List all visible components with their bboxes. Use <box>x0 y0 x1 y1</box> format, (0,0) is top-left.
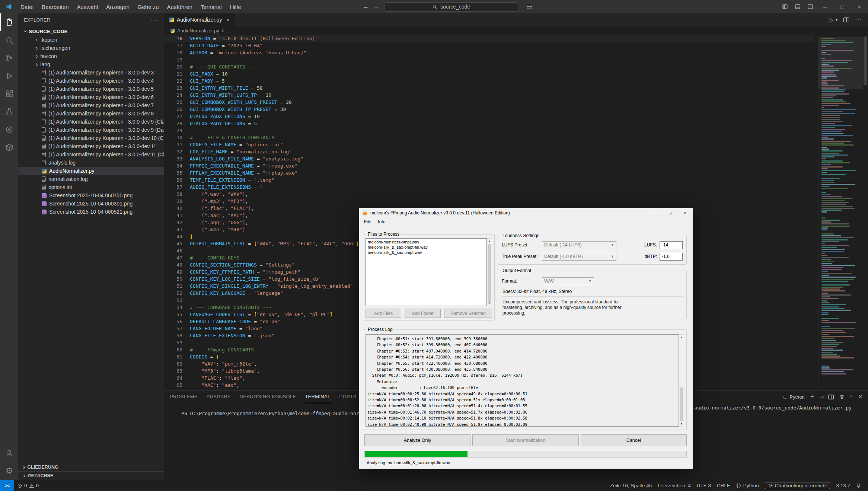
explorer-item[interactable]: AudioNormalizer.py <box>18 167 164 175</box>
file-list-item[interactable]: melcom-silk_&_sax-ompt-fin.wav <box>366 245 486 250</box>
toggle-secondary-sidebar-icon[interactable] <box>804 0 817 13</box>
app-menu-file[interactable]: File <box>361 219 374 225</box>
add-files-button[interactable]: Add Files <box>366 309 401 318</box>
add-folder-button[interactable]: Add Folder <box>405 309 440 318</box>
notifications-bell-icon[interactable] <box>853 483 864 488</box>
split-editor-icon[interactable] <box>843 17 849 22</box>
kill-terminal-trash-icon[interactable] <box>839 394 845 399</box>
explorer-item[interactable]: ›lang <box>18 60 164 68</box>
window-minimize-button[interactable]: ─ <box>817 0 834 13</box>
explorer-item[interactable]: Screenshot 2025-10-04 060301.png <box>18 200 164 208</box>
menubar-item[interactable]: Bearbeiten <box>38 2 73 12</box>
tab-close-icon[interactable]: × <box>226 17 230 23</box>
source-control-icon[interactable] <box>0 49 18 67</box>
containers-icon[interactable] <box>0 138 18 156</box>
explorer-more-actions-icon[interactable]: ··· <box>151 17 158 23</box>
menubar-item[interactable]: Hilfe <box>226 2 245 12</box>
testing-icon[interactable] <box>0 103 18 121</box>
run-debug-icon[interactable] <box>0 67 18 85</box>
panel-tab[interactable]: PROBLEME <box>170 390 198 403</box>
menubar-item[interactable]: Anzeigen <box>102 2 134 12</box>
explorer-item[interactable]: options.ini <box>18 183 164 191</box>
menubar-item[interactable]: Ausführen <box>163 2 197 12</box>
app-maximize-button[interactable]: □ <box>663 208 678 218</box>
code-line[interactable]: 37AUDIO_FILE_EXTENSIONS = [ <box>164 184 814 191</box>
menubar-item[interactable]: Gehe zu <box>134 2 163 12</box>
outline-section[interactable]: › GLIEDERUNG <box>18 463 164 471</box>
python-version[interactable]: 3.13.7 <box>833 483 853 488</box>
code-line[interactable]: 31CONFIG_FILE_NAME = "options.ini" <box>164 141 814 148</box>
file-list-item[interactable]: melcom-monsters-ompt.wav <box>366 239 486 245</box>
run-dropdown-icon[interactable]: ▾ <box>836 18 837 22</box>
code-line[interactable]: 25GUI_COMBOBOX_WIDTH_LUFS_PRESET = 28 <box>164 99 814 106</box>
explorer-item[interactable]: (1) AudioNormalizer.py Kopieren - 3.0.0-… <box>18 85 164 93</box>
terminal-shell-label[interactable]: Python <box>782 394 804 400</box>
explorer-root-folder[interactable]: › SOURCE_CODE <box>18 27 164 36</box>
code-line[interactable]: 23GUI_ENTRY_WIDTH_FILE = 58 <box>164 85 814 92</box>
code-line[interactable]: 36TEMP_FILE_EXTENSION = ".temp" <box>164 176 814 184</box>
remove-selected-button[interactable]: Remove Selected <box>444 309 492 318</box>
code-line[interactable]: 18AUTHOR = "melcom (Andreas Thomas Urban… <box>164 49 814 56</box>
close-panel-icon[interactable]: × <box>859 393 862 400</box>
code-line[interactable]: 28DIALOG_PADY_OPTIONS = 5 <box>164 120 814 127</box>
lufs-entry[interactable]: -14 <box>660 241 683 249</box>
split-terminal-icon[interactable] <box>828 395 834 399</box>
code-line[interactable]: 16VERSION = "3.0.0-dev.11 (Halloween Edi… <box>164 35 814 42</box>
settings-gear-icon[interactable]: ⚙ <box>0 462 18 480</box>
breadcrumb-more[interactable]: ... <box>226 28 230 34</box>
window-close-button[interactable]: × <box>851 0 868 13</box>
format-combobox[interactable]: WAV ▼ <box>542 277 594 285</box>
jupyter-icon[interactable] <box>0 121 18 138</box>
explorer-item[interactable]: (1) AudioNormalizer.py Kopieren - 3.0.0-… <box>18 109 164 118</box>
window-maximize-button[interactable]: □ <box>834 0 851 13</box>
code-line[interactable]: 33ANALYSIS_LOG_FILE_NAME = "analysis.log… <box>164 155 814 162</box>
explorer-item[interactable]: (1) AudioNormalizer.py Kopieren - 3.0.0-… <box>18 118 164 126</box>
encoding[interactable]: UTF-8 <box>694 483 714 488</box>
explorer-item[interactable]: (1) AudioNormalizer.py Kopieren - 3.0.0-… <box>18 101 164 109</box>
editor-more-actions-icon[interactable]: ··· <box>855 16 862 23</box>
code-line[interactable]: 32LOG_FILE_NAME = "normalization.log" <box>164 148 814 155</box>
breadcrumb-file[interactable]: AudioNormalizer.py <box>177 28 219 34</box>
new-terminal-icon[interactable]: + <box>810 393 814 401</box>
code-line[interactable]: 39 (".mp3", "MP3"), <box>164 198 814 205</box>
code-line[interactable]: 20# --- GUI CONSTANTS --- <box>164 63 814 70</box>
remote-indicator[interactable]: >< <box>0 480 14 491</box>
editor-tab-audionormalizer[interactable]: AudioNormalizer.py × <box>164 13 235 26</box>
copilot-quota-badge[interactable]: Chatkontingent erreicht <box>765 482 830 489</box>
code-line[interactable]: 38 (".wav", "WAV"), <box>164 191 814 198</box>
history-forward-icon[interactable]: → <box>373 3 380 10</box>
code-line[interactable]: 35FFPLAY_EXECUTABLE_NAME = "ffplay.exe" <box>164 169 814 176</box>
problems-indicator[interactable]: 0 0 <box>14 483 42 488</box>
lufs-preset-combobox[interactable]: Default (-14 LUFS) ▼ <box>542 241 616 249</box>
code-line[interactable]: 19 <box>164 56 814 63</box>
terminal-dropdown-icon[interactable] <box>819 394 823 398</box>
toggle-sidebar-icon[interactable] <box>779 0 791 13</box>
panel-tab[interactable]: TERMINAL <box>305 390 330 403</box>
history-back-icon[interactable]: ← <box>363 3 369 10</box>
code-line[interactable]: 21GUI_PADX = 10 <box>164 70 814 77</box>
eol-sequence[interactable]: CRLF <box>714 483 733 488</box>
files-scrollbar[interactable]: ▲ ▼ <box>487 238 492 306</box>
explorer-item[interactable]: ›favicon <box>18 52 164 60</box>
explorer-item[interactable]: ›.sicherungen <box>18 44 164 52</box>
file-list-item[interactable]: melcom-silk_&_sax-ompt.wav <box>366 250 486 255</box>
extensions-icon[interactable] <box>0 85 18 103</box>
maximize-panel-icon[interactable] <box>849 395 853 399</box>
explorer-item[interactable]: Screenshot 2025-10-04 060521.png <box>18 208 164 216</box>
new-window-layout-icon[interactable] <box>523 0 535 13</box>
account-icon[interactable] <box>0 444 18 462</box>
app-minimize-button[interactable]: ─ <box>648 208 663 218</box>
cursor-position[interactable]: Zeile 16, Spalte 45 <box>607 483 655 488</box>
command-center-search[interactable]: source_code <box>384 2 518 12</box>
explorer-item[interactable]: (1) AudioNormalizer.py Kopieren - 3.0.0-… <box>18 150 164 159</box>
process-log-textarea[interactable]: Chapter #0:51: start 391.680000, end 399… <box>366 334 679 427</box>
scroll-up-icon[interactable]: ▲ <box>679 335 684 339</box>
toggle-panel-icon[interactable] <box>791 0 804 13</box>
language-mode[interactable]: {}Python <box>733 483 762 488</box>
code-line[interactable]: 17BUILD_DATE = "2025-10-04" <box>164 42 814 49</box>
explorer-item[interactable]: (1) AudioNormalizer.py Kopieren - 3.0.0-… <box>18 77 164 85</box>
code-line[interactable]: 27DIALOG_PADX_OPTIONS = 10 <box>164 113 814 120</box>
explorer-icon[interactable] <box>0 13 18 31</box>
explorer-item[interactable]: Screenshot 2025-10-04 060150.png <box>18 191 164 200</box>
explorer-item[interactable]: (1) AudioNormalizer.py Kopieren - 3.0.0-… <box>18 142 164 150</box>
